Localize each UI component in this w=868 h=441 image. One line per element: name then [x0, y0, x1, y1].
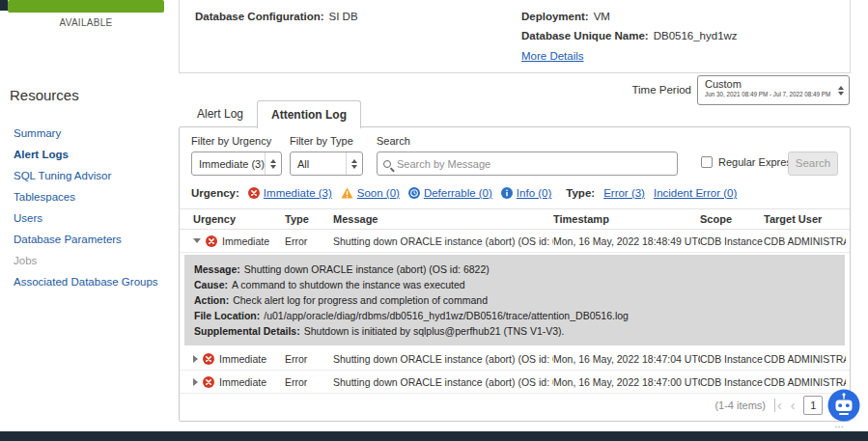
first-page-button[interactable]: ‹: [774, 399, 782, 412]
unique-name-label: Database Unique Name:: [521, 30, 649, 41]
collapse-row-icon[interactable]: [193, 238, 201, 243]
tab-alert-log[interactable]: Alert Log: [183, 100, 257, 127]
row-type: Error: [285, 353, 333, 365]
tab-attention-log[interactable]: Attention Log: [257, 100, 361, 128]
search-label: Search: [377, 135, 410, 147]
filter-error-link[interactable]: Error (3): [603, 187, 645, 199]
sidebar-item-database-parameters[interactable]: Database Parameters: [0, 229, 179, 250]
availability-status-bar: [8, 0, 164, 13]
sidebar-item-sql-tuning-advisor[interactable]: SQL Tuning Advisor: [0, 165, 179, 186]
detail-cause-label: Cause:: [194, 279, 228, 290]
time-period-range: Jun 30, 2021 08:49 PM - Jul 7, 2022 08:4…: [705, 91, 819, 97]
search-button[interactable]: Search: [788, 152, 838, 176]
prev-page-button[interactable]: ‹: [791, 399, 796, 412]
database-summary-panel: Database Configuration:SI DB Deployment:…: [179, 0, 851, 73]
row-urgency: Immediate: [219, 353, 266, 365]
filter-type-select[interactable]: All: [290, 152, 363, 176]
detail-supplemental-label: Supplemental Details:: [194, 325, 300, 337]
filter-urgency-value: Immediate (3): [199, 158, 265, 170]
time-period-label: Time Period: [630, 84, 691, 96]
detail-file-location-value: /u01/app/oracle/diag/rdbms/db0516_hyd1wz…: [264, 310, 629, 321]
attention-log-page: AVAILABLE Database Configuration:SI DB D…: [0, 0, 868, 441]
soon-warning-icon: [341, 187, 353, 199]
summary-urgency-label: Urgency:: [191, 187, 239, 199]
sidebar-item-associated-database-groups[interactable]: Associated Database Groups: [0, 271, 179, 292]
search-box: [377, 152, 678, 176]
urgency-summary-row: Urgency: Immediate (3) Soon (0) Deferrab…: [191, 187, 737, 199]
footer-bar: [0, 431, 868, 441]
attention-log-panel: Filter by Urgency Immediate (3) Filter b…: [179, 126, 851, 422]
sidebar-item-summary[interactable]: Summary: [0, 123, 179, 144]
row-timestamp: Mon, 16 May, 2022 18:47:04 UTC: [553, 353, 700, 365]
filter-soon-link[interactable]: Soon (0): [357, 187, 400, 199]
filter-urgency-select[interactable]: Immediate (3): [191, 152, 282, 176]
resources-title: Resources: [10, 87, 179, 103]
time-period-spinner-icon: [833, 76, 849, 104]
row-message: Shutting down ORACLE instance (abort) (O…: [333, 376, 553, 388]
detail-file-location-label: File Location:: [194, 310, 260, 321]
search-input[interactable]: [397, 158, 671, 170]
pagination: (1-4 items) ‹ ‹ 1 ›: [714, 396, 836, 415]
row-type: Error: [285, 235, 333, 247]
summary-type-label: Type:: [566, 187, 595, 199]
window-corner: [0, 0, 8, 11]
col-header-message[interactable]: Message: [333, 213, 553, 225]
assistant-button[interactable]: [826, 388, 861, 423]
detail-message-value: Shutting down ORACLE instance (abort) (O…: [244, 263, 490, 275]
filter-type-value: All: [297, 158, 309, 170]
resources-sidebar: Resources Summary Alert Logs SQL Tuning …: [0, 81, 179, 292]
row-scope: CDB Instance: [700, 235, 764, 247]
more-details-link[interactable]: More Details: [521, 50, 584, 62]
sidebar-item-jobs[interactable]: Jobs: [0, 250, 179, 271]
sidebar-item-alert-logs[interactable]: Alert Logs: [0, 144, 179, 165]
search-icon: [383, 160, 391, 168]
col-header-urgency[interactable]: Urgency: [193, 213, 285, 225]
log-tabs: Alert Log Attention Log: [183, 100, 361, 127]
expand-row-icon[interactable]: [193, 355, 198, 363]
row-message: Shutting down ORACLE instance (abort) (O…: [333, 353, 553, 365]
table-row[interactable]: Immediate Error Shutting down ORACLE ins…: [180, 230, 850, 253]
immediate-icon: [248, 187, 260, 199]
col-header-target-user[interactable]: Target User: [764, 213, 846, 225]
filter-immediate-link[interactable]: Immediate (3): [264, 187, 332, 199]
db-config-label: Database Configuration:: [195, 11, 324, 22]
detail-action-label: Action:: [194, 294, 229, 306]
sidebar-item-users[interactable]: Users: [0, 207, 179, 229]
table-row[interactable]: Immediate Error Shutting down ORACLE ins…: [180, 371, 850, 394]
col-header-type[interactable]: Type: [285, 213, 333, 225]
row-timestamp: Mon, 16 May, 2022 18:47:00 UTC: [553, 376, 700, 388]
col-header-scope[interactable]: Scope: [700, 213, 764, 225]
filter-incident-error-link[interactable]: Incident Error (0): [654, 187, 737, 199]
col-header-timestamp[interactable]: Timestamp: [553, 213, 700, 225]
detail-message-label: Message:: [194, 263, 240, 275]
immediate-icon: [203, 353, 214, 365]
sidebar-item-tablespaces[interactable]: Tablespaces: [0, 186, 179, 207]
time-period-select[interactable]: Custom Jun 30, 2021 08:49 PM - Jul 7, 20…: [697, 75, 850, 105]
row-message: Shutting down ORACLE instance (abort) (O…: [333, 235, 553, 247]
detail-supplemental-value: Shutdown is initiated by sqlplus@perfhub…: [304, 325, 565, 337]
row-target-user: CDB ADMINISTRATOR: [764, 353, 846, 365]
immediate-icon: [206, 235, 217, 247]
row-timestamp: Mon, 16 May, 2022 18:48:49 UTC: [553, 235, 700, 247]
spinner-icon: [265, 152, 281, 175]
row-urgency: Immediate: [222, 235, 269, 247]
time-period-value: Custom: [705, 78, 831, 91]
filter-info-link[interactable]: Info (0): [517, 187, 551, 199]
row-detail-panel: Message:Shutting down ORACLE instance (a…: [184, 255, 845, 345]
table-header-row: Urgency Type Message Timestamp Scope Tar…: [180, 208, 850, 230]
filter-deferrable-link[interactable]: Deferrable (0): [424, 187, 492, 199]
expand-row-icon[interactable]: [193, 378, 198, 386]
table-row[interactable]: Immediate Error Shutting down ORACLE ins…: [180, 347, 850, 371]
row-scope: CDB Instance: [700, 353, 764, 365]
attention-log-table: Urgency Type Message Timestamp Scope Tar…: [180, 208, 850, 394]
row-target-user: CDB ADMINISTRATOR: [764, 235, 846, 247]
filter-type-label: Filter by Type: [290, 135, 353, 147]
current-page[interactable]: 1: [803, 396, 823, 415]
row-scope: CDB Instance: [700, 376, 764, 388]
row-type: Error: [285, 376, 333, 388]
filter-toolbar: Filter by Urgency Immediate (3) Filter b…: [191, 135, 838, 181]
row-target-user: CDB ADMINISTRATOR: [764, 376, 846, 388]
availability-label: AVAILABLE: [8, 17, 164, 28]
unique-name-value: DB0516_hyd1wz: [654, 30, 738, 41]
regular-expression-checkbox[interactable]: [701, 156, 713, 168]
